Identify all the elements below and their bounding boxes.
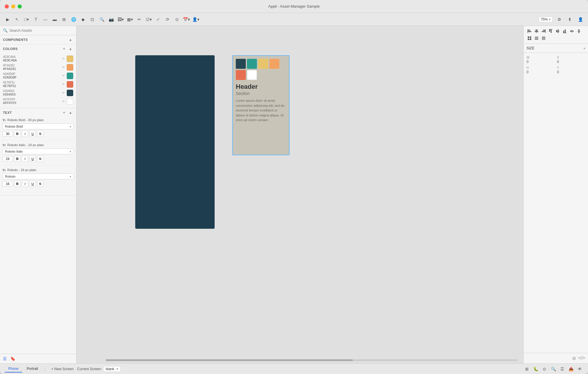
upload-icon[interactable]: ⬆ [566, 15, 574, 24]
font-size-2[interactable] [2, 181, 13, 186]
search-tool[interactable]: 🔍 [98, 15, 106, 24]
new-screen-button[interactable]: + New Screen [49, 366, 76, 372]
align-grid-icon[interactable] [527, 35, 532, 41]
align-right-icon[interactable] [541, 28, 547, 34]
text-add[interactable]: + [61, 110, 67, 115]
color-swatch-2[interactable] [67, 73, 73, 79]
checkbox-tool[interactable]: ☑▾ [145, 15, 153, 24]
components-collapse[interactable]: ▲ [68, 37, 73, 42]
size-field-y: Y 0 [557, 66, 585, 74]
canvas-scrollbar[interactable] [106, 359, 517, 361]
image-tool[interactable]: ⊡ [88, 15, 96, 24]
code-icon[interactable]: </> [578, 355, 585, 361]
photo-tool[interactable]: 🖼▾ [116, 15, 125, 24]
bottom-icon-grid[interactable]: ⊞ [523, 365, 530, 373]
color-edit-2[interactable]: ✏ [61, 74, 66, 78]
color-swatch-0[interactable] [67, 56, 73, 62]
color-swatch-1[interactable] [67, 64, 73, 71]
bottom-icon-export[interactable]: 📤 [567, 365, 574, 373]
color-swatch-3[interactable] [67, 81, 73, 88]
align-bottom-icon[interactable] [562, 28, 568, 34]
bottom-icon-bug[interactable]: 🐛 [532, 365, 539, 373]
underline-btn-0[interactable]: U [29, 131, 36, 137]
titlebar: Appli - Asset Manager Sample [0, 0, 588, 13]
align-top-icon[interactable] [548, 28, 554, 34]
colors-collapse[interactable]: ▲ [68, 46, 73, 51]
italic-btn-1[interactable]: I [22, 156, 28, 162]
select-tool[interactable]: ↖ [13, 15, 21, 24]
italic-btn-2[interactable]: I [22, 181, 28, 187]
rect-tool[interactable]: ▬ [51, 15, 59, 24]
globe-tool[interactable]: 🌐 [69, 15, 78, 24]
canvas[interactable]: Header Section Lorem ipsum dolor sit ame… [76, 26, 523, 363]
edit-tool[interactable]: ✏ [135, 15, 143, 24]
underline-btn-2[interactable]: U [29, 181, 36, 187]
color-edit-4[interactable]: ✏ [61, 91, 66, 95]
strikethrough-btn-2[interactable]: S [37, 181, 44, 187]
italic-btn-0[interactable]: I [22, 131, 28, 137]
calendar-tool[interactable]: 📅▾ [182, 15, 191, 24]
color-edit-5[interactable]: ✏ [61, 99, 66, 103]
color-name-left-3: #E76F51 #E76F51 [3, 81, 16, 88]
tab-portrait[interactable]: Portrait [23, 365, 42, 373]
color-edit-3[interactable]: ✏ [61, 82, 66, 86]
color-swatch-4[interactable] [67, 90, 73, 96]
bold-btn-2[interactable]: B [14, 181, 21, 187]
align-bar-icon[interactable] [541, 35, 547, 41]
maximize-button[interactable] [18, 4, 22, 9]
toolbar: ▶ ↖ □▾ T — ▬ ⊞ 🌐 ◆ ⊡ 🔍 📷 🖼▾ ▦▾ ✏ ☑▾ ✓ ⟳ … [0, 13, 588, 26]
frame-tool[interactable]: □▾ [22, 15, 31, 24]
play-button[interactable]: ▶ [4, 15, 12, 24]
color-swatch-5[interactable] [67, 98, 73, 105]
tab-phone[interactable]: Phone [5, 365, 22, 373]
color-edit-0[interactable]: ✏ [61, 57, 66, 61]
underline-btn-1[interactable]: U [29, 156, 36, 162]
panel-tab-assets[interactable]: 🔖 [10, 356, 15, 361]
align-center-h-icon[interactable] [534, 28, 539, 34]
font-selector-0[interactable]: Roboto Bold ▾ [2, 123, 74, 129]
bottom-icon-share[interactable]: 👁 [576, 365, 583, 373]
card-swatch-1 [247, 59, 257, 69]
color-edit-1[interactable]: ✏ [61, 65, 66, 69]
font-selector-2[interactable]: Roboto ▾ [2, 173, 74, 179]
clear-icon[interactable]: ⊘ [572, 355, 576, 361]
strikethrough-btn-0[interactable]: S [37, 131, 44, 137]
close-button[interactable] [5, 4, 9, 9]
bottom-icon-list[interactable]: ☰ [559, 365, 566, 373]
bottom-icon-search[interactable]: 🔍 [550, 365, 557, 373]
dist-v-icon[interactable] [576, 28, 582, 34]
font-selector-1[interactable]: Roboto Italic ▾ [2, 148, 74, 154]
minimize-button[interactable] [11, 4, 15, 9]
search-input[interactable] [9, 29, 73, 33]
current-screen-value[interactable]: blank ▾ [103, 366, 121, 372]
colors-add[interactable]: + [61, 46, 67, 51]
font-size-0[interactable] [2, 131, 13, 136]
settings-icon[interactable]: ⚙ [555, 15, 563, 24]
align-left-icon[interactable] [527, 28, 532, 34]
pin-tool[interactable]: ◆ [79, 15, 87, 24]
align-list-icon[interactable] [534, 35, 539, 41]
size-collapse[interactable]: ▾ [584, 47, 585, 50]
camera-tool[interactable]: 📷 [107, 15, 115, 24]
text-collapse[interactable]: ▲ [68, 110, 73, 115]
font-size-1[interactable] [2, 156, 13, 161]
text-tool[interactable]: T [32, 15, 40, 24]
grid-tool[interactable]: ⊞ [60, 15, 68, 24]
panel-tab-layers[interactable]: ☰ [3, 356, 7, 361]
bottom-icon-db[interactable]: ⊙ [541, 365, 548, 373]
bold-btn-0[interactable]: B [14, 131, 21, 137]
tick-tool[interactable]: ✓ [154, 15, 162, 24]
current-screen: Current Screen: blank ▾ [77, 366, 121, 372]
link-tool[interactable]: ⟳ [163, 15, 172, 24]
sliders-tool[interactable]: ⊙ [173, 15, 181, 24]
person-tool[interactable]: 👤▾ [192, 15, 200, 24]
dist-h-icon[interactable] [569, 28, 575, 34]
zoom-control[interactable]: 75% ▾ [539, 16, 553, 22]
strikethrough-btn-1[interactable]: S [37, 156, 44, 162]
bold-btn-1[interactable]: B [14, 156, 21, 162]
align-center-v-icon[interactable] [555, 28, 561, 34]
component-card[interactable]: Header Section Lorem ipsum dolor sit ame… [232, 55, 290, 155]
screen-tool[interactable]: ▦▾ [126, 15, 134, 24]
account-icon[interactable]: 👤 [576, 15, 584, 24]
line-tool[interactable]: — [41, 15, 49, 24]
